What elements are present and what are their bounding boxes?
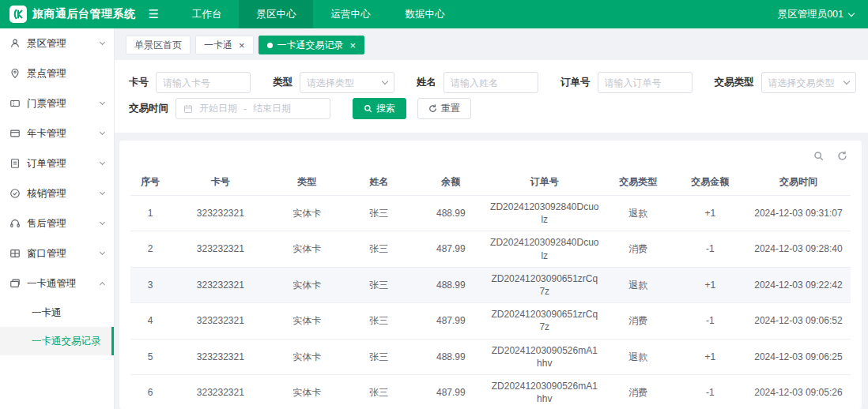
window-icon: [9, 248, 21, 259]
cell-time: 2024-12-03 09:05:26: [746, 374, 851, 409]
cell-index: 6: [130, 374, 170, 409]
refresh-icon: [837, 151, 847, 161]
name-input[interactable]: [443, 72, 538, 93]
reset-button-label: 重置: [441, 102, 460, 115]
check-circle-icon: [9, 188, 21, 199]
sidebar-item-window-mgmt[interactable]: 窗口管理: [0, 238, 114, 268]
sidebar-item-label: 一卡通: [32, 306, 62, 320]
sidebar-item-pass-card-mgmt[interactable]: 一卡通管理: [0, 268, 114, 298]
cell-card_type: 实体卡: [271, 267, 343, 302]
sidebar-item-label: 年卡管理: [27, 127, 66, 141]
cell-name: 张三: [343, 196, 415, 231]
close-icon[interactable]: ×: [239, 40, 245, 51]
sidebar-item-pass-card[interactable]: 一卡通: [0, 298, 114, 327]
cell-card_type: 实体卡: [271, 339, 343, 374]
close-icon[interactable]: ×: [350, 40, 357, 51]
table-body: 1323232321实体卡张三488.99ZD20241203092840Dcu…: [130, 196, 851, 409]
sidebar-item-pass-card-transactions[interactable]: 一卡通交易记录: [0, 327, 114, 355]
table-row[interactable]: 1323232321实体卡张三488.99ZD20241203092840Dcu…: [130, 196, 851, 231]
sidebar-item-spot-mgmt[interactable]: 景点管理: [0, 58, 114, 88]
table-refresh-button[interactable]: [835, 148, 849, 163]
cell-name: 张三: [343, 267, 415, 302]
nav-item-operation-center[interactable]: 运营中心: [313, 0, 387, 28]
scenic-icon: [9, 38, 21, 49]
nav-item-data-center[interactable]: 数据中心: [387, 0, 462, 28]
card-no-label: 卡号: [129, 76, 149, 89]
sidebar-item-scenic-mgmt[interactable]: 景区管理: [0, 28, 114, 58]
user-menu[interactable]: 景区管理员001: [778, 8, 854, 21]
card-no-input[interactable]: [156, 72, 251, 93]
sidebar-collapse-icon[interactable]: ☰: [149, 7, 159, 21]
search-button[interactable]: 搜索: [353, 98, 406, 119]
order-no-input[interactable]: [598, 72, 693, 93]
sidebar-item-verification-mgmt[interactable]: 核销管理: [0, 178, 114, 208]
cell-trade_type: 退款: [602, 267, 674, 302]
cell-amount: -1: [674, 303, 746, 339]
trade-time-range-picker[interactable]: 开始日期 - 结束日期: [175, 98, 330, 119]
cell-order_no: ZD20241203092840Dcuolz: [487, 231, 602, 267]
card-stack-icon: [9, 278, 21, 289]
cell-name: 张三: [343, 374, 415, 409]
filter-panel: 卡号 类型 姓名 订单号: [115, 60, 868, 133]
sidebar-item-aftersale-mgmt[interactable]: 售后管理: [0, 208, 114, 238]
cell-trade_type: 退款: [602, 339, 674, 374]
cell-balance: 488.99: [415, 267, 487, 302]
column-header: 交易时间: [746, 169, 851, 196]
table-row[interactable]: 4323232321实体卡张三487.99ZD20241203090651zrC…: [130, 303, 851, 339]
sidebar-item-label: 核销管理: [27, 187, 66, 201]
chevron-down-icon: [100, 159, 105, 165]
user-name: 景区管理员001: [778, 8, 843, 21]
column-header: 序号: [130, 169, 170, 196]
sidebar-item-label: 一卡通管理: [27, 277, 77, 291]
cell-amount: +1: [674, 339, 746, 374]
cell-card_no: 323232321: [170, 339, 271, 374]
cell-card_no: 323232321: [170, 267, 271, 302]
cell-name: 张三: [343, 231, 415, 267]
chevron-down-icon: [100, 250, 105, 255]
sidebar-item-annual-card-mgmt[interactable]: 年卡管理: [0, 118, 114, 148]
tab-label: 单景区首页: [134, 39, 182, 52]
cell-index: 2: [130, 231, 170, 267]
column-header: 类型: [271, 169, 343, 196]
results-panel: 序号卡号类型姓名余额订单号交易类型交易金额交易时间 1323232321实体卡张…: [119, 141, 862, 409]
main-content: 单景区首页 一卡通 × 一卡通交易记录 × 卡号 类型: [115, 28, 868, 409]
chevron-down-icon: [100, 189, 105, 195]
document-icon: [9, 158, 21, 169]
sidebar-item-order-mgmt[interactable]: 订单管理: [0, 148, 114, 178]
cell-amount: -1: [674, 231, 746, 267]
nav-item-scenic-center[interactable]: 景区中心: [239, 0, 313, 28]
search-icon: [813, 151, 824, 161]
table-row[interactable]: 5323232321实体卡张三488.99ZD20241203090526mA1…: [130, 339, 851, 374]
cell-time: 2024-12-03 09:06:52: [746, 303, 851, 339]
cell-index: 1: [130, 196, 170, 231]
trade-time-label: 交易时间: [129, 102, 168, 115]
topbar: 旅商通后台管理系统 ☰ 工作台 景区中心 运营中心 数据中心 景区管理员001: [0, 0, 868, 28]
tab-pass-card-transactions[interactable]: 一卡通交易记录 ×: [259, 36, 365, 54]
table-search-button[interactable]: [811, 148, 825, 163]
table-row[interactable]: 2323232321实体卡张三487.99ZD20241203092840Dcu…: [130, 231, 851, 267]
cell-trade_type: 消费: [602, 231, 674, 267]
chevron-up-icon: [100, 282, 105, 287]
table-row[interactable]: 3323232321实体卡张三488.99ZD20241203090651zrC…: [130, 267, 851, 302]
search-button-label: 搜索: [376, 102, 395, 115]
cell-card_type: 实体卡: [271, 374, 343, 409]
transactions-table: 序号卡号类型姓名余额订单号交易类型交易金额交易时间 1323232321实体卡张…: [130, 169, 851, 409]
cell-balance: 487.99: [415, 303, 487, 339]
cell-time: 2024-12-03 09:06:25: [746, 339, 851, 374]
nav-item-workbench[interactable]: 工作台: [175, 0, 240, 28]
type-select[interactable]: [300, 72, 394, 93]
tab-scenic-home[interactable]: 单景区首页: [126, 36, 191, 54]
column-header: 余额: [415, 169, 487, 196]
trade-type-select[interactable]: [761, 72, 856, 93]
reset-button[interactable]: 重置: [417, 98, 471, 119]
tab-pass-card[interactable]: 一卡通 ×: [195, 36, 254, 54]
sidebar-item-ticket-mgmt[interactable]: 门票管理: [0, 88, 114, 118]
order-no-label: 订单号: [560, 76, 591, 89]
cell-trade_type: 消费: [602, 374, 674, 409]
sidebar-item-label: 订单管理: [27, 157, 66, 171]
cell-card_type: 实体卡: [271, 303, 343, 339]
tab-label: 一卡通: [204, 39, 232, 52]
table-row[interactable]: 6323232321实体卡张三487.99ZD20241203090526mA1…: [130, 374, 851, 409]
ticket-icon: [9, 98, 21, 109]
sidebar: 景区管理 景点管理 门票管理 年卡管理 订单管理 核销管理: [0, 28, 115, 409]
